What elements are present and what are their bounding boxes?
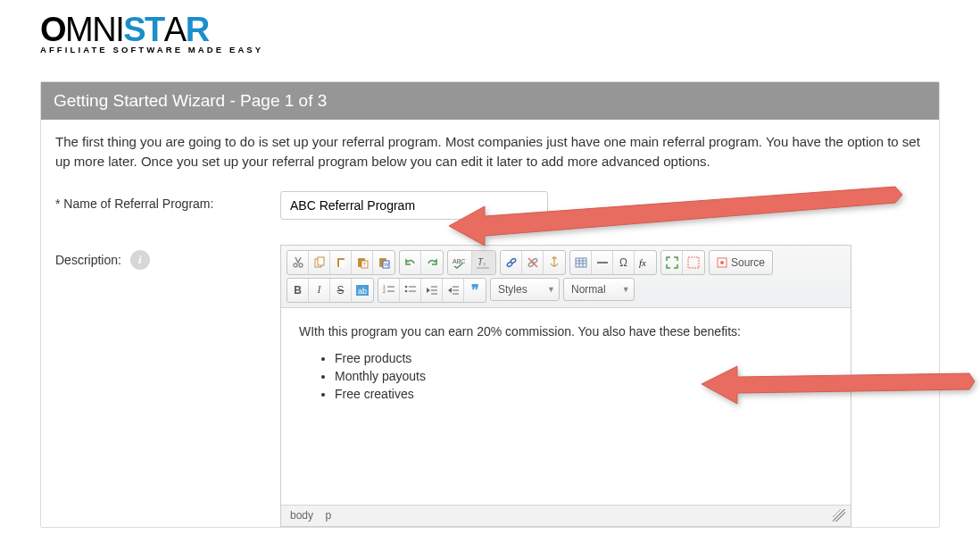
chevron-down-icon: ▼ bbox=[622, 285, 630, 294]
page-title: Getting Started Wizard - Page 1 of 3 bbox=[41, 82, 939, 120]
copy-icon[interactable] bbox=[309, 251, 330, 274]
bgcolor-icon[interactable]: ab bbox=[352, 279, 373, 302]
editor-list[interactable]: Free products Monthly payouts Free creat… bbox=[299, 351, 833, 401]
list-item[interactable]: Monthly payouts bbox=[335, 369, 833, 383]
removeformat-icon[interactable]: Tx bbox=[472, 251, 495, 274]
svg-text:W: W bbox=[384, 262, 389, 267]
spellcheck-icon[interactable]: ABC bbox=[448, 251, 472, 274]
intro-text: The first thing you are going to do is s… bbox=[55, 132, 925, 171]
redo-icon[interactable] bbox=[421, 251, 443, 274]
styles-combo[interactable]: Styles▼ bbox=[490, 278, 560, 301]
svg-point-37 bbox=[404, 285, 407, 288]
undo-icon[interactable] bbox=[400, 251, 421, 274]
svg-point-15 bbox=[506, 261, 512, 267]
description-label: Description: bbox=[55, 253, 121, 267]
info-icon[interactable]: i bbox=[130, 250, 150, 270]
bulletlist-icon[interactable] bbox=[400, 279, 421, 302]
paste-text-icon[interactable]: T bbox=[352, 251, 373, 274]
formula-icon[interactable]: fx bbox=[635, 251, 656, 274]
list-item[interactable]: Free creatives bbox=[335, 387, 833, 401]
svg-rect-28 bbox=[688, 257, 699, 268]
format-combo[interactable]: Normal▼ bbox=[563, 278, 635, 301]
hr-icon[interactable] bbox=[592, 251, 613, 274]
svg-text:2: 2 bbox=[383, 289, 386, 294]
svg-point-0 bbox=[294, 263, 297, 267]
svg-text:x: x bbox=[483, 261, 486, 267]
bold-button[interactable]: B bbox=[287, 279, 309, 302]
list-item[interactable]: Free products bbox=[335, 351, 833, 365]
specialchar-icon[interactable]: Ω bbox=[613, 251, 635, 274]
unlink-icon[interactable] bbox=[522, 251, 544, 274]
blockquote-icon[interactable]: ❞ bbox=[464, 279, 486, 302]
wizard-panel: Getting Started Wizard - Page 1 of 3 The… bbox=[40, 81, 940, 528]
italic-button[interactable]: I bbox=[309, 279, 330, 302]
indent-icon[interactable] bbox=[443, 279, 464, 302]
brand-logo: OMNISTAR AFFILIATE SOFTWARE MADE EASY bbox=[40, 13, 940, 54]
program-name-label: * Name of Referral Program: bbox=[55, 191, 280, 211]
elements-path-p[interactable]: p bbox=[325, 509, 331, 522]
chevron-down-icon: ▼ bbox=[547, 285, 555, 294]
source-button[interactable]: Source bbox=[710, 251, 772, 274]
editor-content[interactable]: WIth this program you can earn 20% commi… bbox=[281, 308, 851, 505]
svg-rect-5 bbox=[339, 260, 345, 267]
table-icon[interactable] bbox=[570, 251, 592, 274]
svg-text:Ω: Ω bbox=[619, 256, 627, 269]
svg-text:T: T bbox=[362, 262, 366, 267]
brand-tagline: AFFILIATE SOFTWARE MADE EASY bbox=[40, 45, 940, 54]
editor-paragraph[interactable]: WIth this program you can earn 20% commi… bbox=[299, 324, 833, 339]
svg-rect-3 bbox=[318, 257, 324, 265]
maximize-icon[interactable] bbox=[661, 251, 683, 274]
svg-text:fx: fx bbox=[639, 257, 646, 268]
elements-path-body[interactable]: body bbox=[290, 509, 313, 522]
cut-icon[interactable] bbox=[287, 251, 309, 274]
strike-button[interactable]: S bbox=[330, 279, 352, 302]
svg-point-16 bbox=[510, 257, 516, 263]
svg-point-30 bbox=[720, 261, 724, 264]
showblocks-icon[interactable] bbox=[683, 251, 704, 274]
svg-point-1 bbox=[299, 263, 303, 267]
resize-handle[interactable] bbox=[833, 509, 845, 522]
anchor-icon[interactable] bbox=[544, 251, 565, 274]
paste-icon[interactable] bbox=[330, 251, 352, 274]
rich-text-editor: T W ABC Tx bbox=[280, 245, 851, 527]
numlist-icon[interactable]: 12 bbox=[378, 279, 400, 302]
link-icon[interactable] bbox=[501, 251, 522, 274]
outdent-icon[interactable] bbox=[421, 279, 443, 302]
paste-word-icon[interactable]: W bbox=[373, 251, 394, 274]
svg-text:ABC: ABC bbox=[453, 258, 465, 264]
editor-toolbar: T W ABC Tx bbox=[281, 246, 851, 308]
program-name-input[interactable] bbox=[280, 191, 548, 220]
svg-text:ab: ab bbox=[358, 287, 367, 296]
svg-rect-20 bbox=[576, 258, 586, 267]
svg-point-38 bbox=[404, 289, 407, 292]
